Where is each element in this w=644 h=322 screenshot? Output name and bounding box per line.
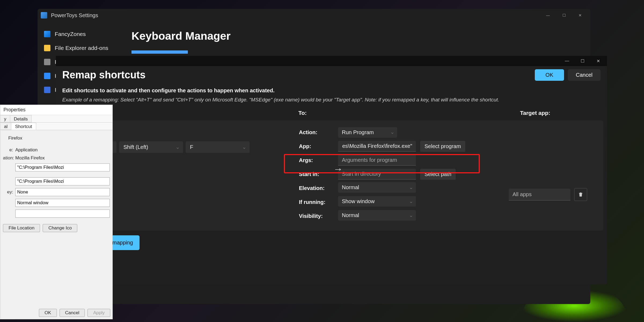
dialog-titlebar: — ☐ ✕ — [56, 56, 607, 66]
props-shortcutkey-input[interactable] — [15, 188, 110, 196]
properties-title: Properties — [0, 105, 112, 115]
chevron-down-icon: ⌵ — [391, 130, 393, 134]
props-comment-input[interactable] — [15, 210, 110, 218]
file-icon — [44, 73, 50, 79]
args-label: Args: — [299, 157, 334, 163]
elevation-label: Elevation: — [299, 185, 334, 191]
open-file-location-button[interactable]: File Location — [3, 224, 40, 232]
lock-icon — [44, 59, 50, 65]
powertoys-titlebar: PowerToys Settings — ☐ ✕ — [38, 9, 590, 22]
sidebar-item-fancyzones[interactable]: FancyZones — [38, 27, 126, 41]
props-ok-button[interactable]: OK — [39, 309, 57, 317]
props-cancel-button[interactable]: Cancel — [60, 309, 85, 317]
window-maximize-button[interactable]: ☐ — [556, 10, 572, 21]
select-path-button[interactable]: Select path — [420, 169, 456, 180]
image-icon — [44, 87, 50, 93]
elevation-select[interactable]: Normal⌵ — [338, 182, 416, 193]
args-input[interactable] — [338, 155, 416, 166]
key-select-3[interactable]: F⌵ — [186, 141, 250, 153]
dialog-minimize-button[interactable]: — — [559, 56, 575, 65]
chevron-down-icon: ⌵ — [177, 145, 179, 149]
dialog-close-button[interactable]: ✕ — [590, 56, 606, 65]
sidebar-item-file-explorer[interactable]: File Explorer add-ons — [38, 41, 126, 55]
window-minimize-button[interactable]: — — [540, 10, 556, 21]
properties-tab[interactable]: al — [0, 123, 12, 130]
visibility-label: Visibility: — [299, 213, 334, 219]
change-icon-button[interactable]: Change Ico — [43, 224, 77, 232]
remap-shortcuts-dialog: — ☐ ✕ Remap shortcuts OK Cancel Edit sho… — [56, 56, 607, 284]
arrow-right-icon: → — [333, 163, 343, 175]
startin-input[interactable] — [338, 169, 416, 180]
app-label: App: — [299, 143, 334, 149]
column-header-target: Target app: — [520, 110, 601, 116]
properties-dialog: Properties y Details al Shortcut Firefox… — [0, 105, 113, 319]
properties-tab[interactable]: Details — [10, 115, 32, 122]
properties-tab-shortcut[interactable]: Shortcut — [11, 123, 36, 130]
trash-icon — [578, 192, 583, 197]
dialog-title: Remap shortcuts — [62, 69, 535, 81]
folder-icon — [44, 45, 50, 51]
key-select-2[interactable]: Shift (Left)⌵ — [119, 141, 183, 153]
chevron-down-icon: ⌵ — [410, 185, 412, 190]
cancel-button[interactable]: Cancel — [568, 69, 601, 81]
powertoys-app-icon — [41, 12, 47, 19]
column-header-to: To: — [298, 110, 520, 116]
select-program-button[interactable]: Select program — [420, 141, 465, 152]
target-app-input[interactable] — [509, 189, 570, 200]
properties-name: Firefox — [8, 136, 22, 141]
ifrunning-label: If running: — [299, 199, 334, 205]
dialog-example: Example of a remapping: Select "Alt+T" a… — [62, 96, 601, 104]
ok-button[interactable]: OK — [535, 69, 564, 81]
preview-thumbnail — [131, 50, 188, 54]
app-path-input[interactable] — [338, 141, 416, 152]
props-target-input[interactable] — [15, 163, 110, 171]
props-run-input[interactable] — [15, 199, 110, 207]
props-apply-button[interactable]: Apply — [87, 309, 110, 317]
delete-row-button[interactable] — [574, 188, 587, 201]
dialog-maximize-button[interactable]: ☐ — [575, 56, 590, 65]
action-label: Action: — [299, 129, 334, 136]
chevron-down-icon: ⌵ — [410, 199, 412, 204]
page-heading: Keyboard Manager — [131, 30, 590, 42]
properties-tab[interactable]: y — [0, 115, 10, 122]
startin-label: Start in: — [299, 171, 334, 177]
window-close-button[interactable]: ✕ — [572, 10, 588, 21]
chevron-down-icon: ⌵ — [410, 213, 412, 218]
powertoys-title: PowerToys Settings — [51, 12, 98, 19]
ifrunning-select[interactable]: Show window⌵ — [338, 196, 416, 207]
visibility-select[interactable]: Normal⌵ — [338, 210, 416, 221]
props-startin-input[interactable] — [15, 177, 110, 185]
action-select[interactable]: Run Program⌵ — [338, 127, 397, 138]
fancyzones-icon — [44, 31, 50, 37]
dialog-description: Edit shortcuts to activate and then conf… — [62, 86, 601, 95]
remap-row: Shortcut: Ctrl (Left)⌵ Shift (Left)⌵ F⌵ … — [60, 120, 603, 230]
chevron-down-icon: ⌵ — [243, 145, 245, 149]
